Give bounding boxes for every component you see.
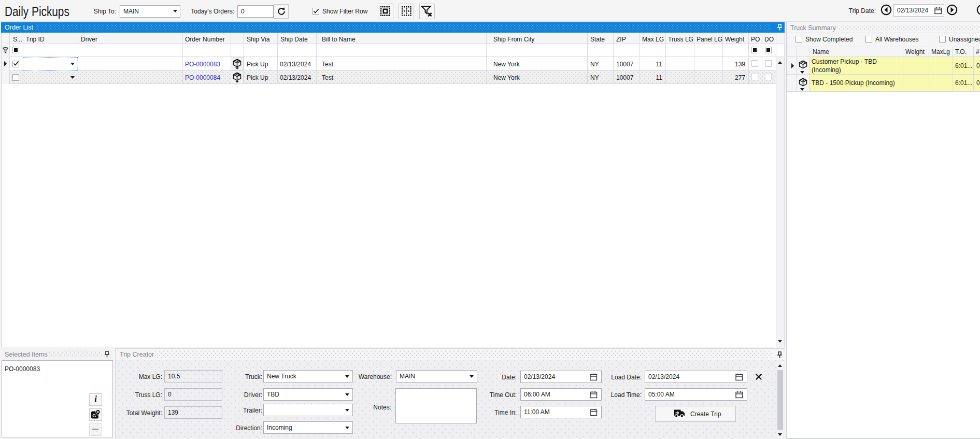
svg-text:G: G: [92, 413, 96, 418]
